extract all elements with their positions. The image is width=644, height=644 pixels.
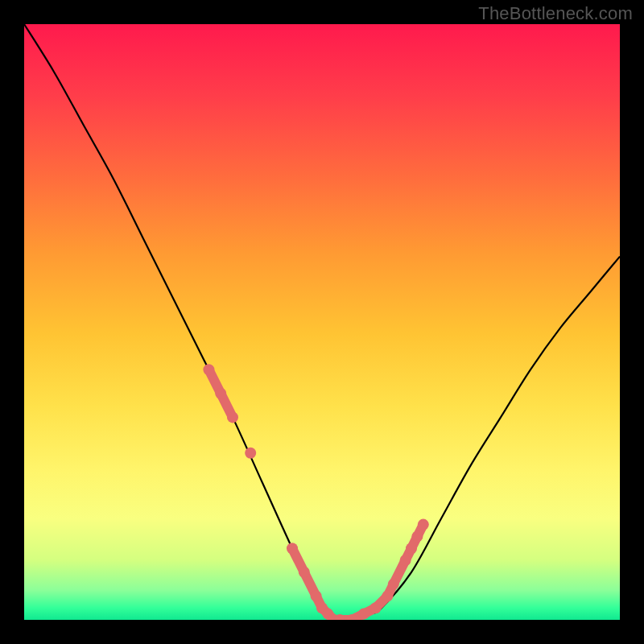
marker-point <box>358 609 369 620</box>
marker-point <box>406 543 417 554</box>
bottleneck-curve <box>24 24 620 620</box>
marker-point <box>388 579 399 590</box>
plot-area <box>24 24 620 620</box>
marker-point <box>227 411 238 423</box>
marker-point <box>400 555 411 566</box>
curve-layer <box>24 24 620 620</box>
marker-group <box>203 364 428 620</box>
marker-point <box>245 448 256 459</box>
marker-point <box>411 530 423 542</box>
marker-point <box>215 388 226 399</box>
watermark-text: TheBottleneck.com <box>478 3 633 24</box>
marker-point <box>311 590 322 601</box>
marker-point <box>370 602 382 613</box>
marker-point <box>418 519 429 530</box>
chart-frame: TheBottleneck.com <box>0 0 644 644</box>
marker-point <box>287 543 298 554</box>
marker-point <box>203 364 214 375</box>
marker-point <box>299 567 310 578</box>
marker-point <box>382 590 393 601</box>
